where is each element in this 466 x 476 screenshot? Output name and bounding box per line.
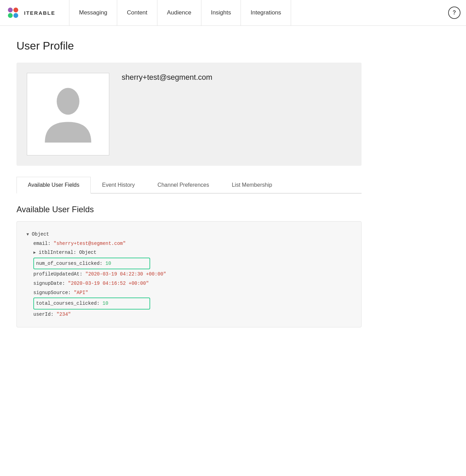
- profile-card: sherry+test@segment.com: [16, 63, 362, 166]
- itbl-value: Object: [79, 250, 96, 255]
- tab-list-membership[interactable]: List Membership: [220, 177, 283, 194]
- page-content: User Profile sherry+test@segment.com Ava…: [0, 26, 378, 341]
- tab-channel-preferences[interactable]: Channel Preferences: [146, 177, 220, 194]
- itbl-key-text: itblInternal:: [39, 250, 76, 255]
- avatar: [27, 73, 109, 155]
- svg-point-2: [8, 13, 13, 18]
- triangle-icon: ▼: [26, 232, 29, 237]
- code-itbl-line: ► itblInternal: Object: [26, 248, 352, 257]
- total-courses-number: 10: [102, 301, 108, 306]
- nav-logo[interactable]: ITERABLE: [5, 5, 62, 20]
- svg-point-1: [13, 8, 18, 12]
- code-signup-date-line: signupDate: "2020-03-19 04:16:52 +00:00": [26, 279, 352, 288]
- code-total-courses-line: total_courses_clicked: 10: [26, 297, 352, 310]
- profile-info: sherry+test@segment.com: [122, 73, 212, 82]
- itbl-triangle-icon: ►: [33, 250, 36, 255]
- nav-bar: ITERABLE Messaging Content Audience Insi…: [0, 0, 466, 26]
- total-courses-highlighted: total_courses_clicked: 10: [33, 298, 150, 310]
- help-button[interactable]: ?: [448, 7, 461, 19]
- nav-item-integrations[interactable]: Integrations: [241, 0, 291, 25]
- svg-point-4: [57, 88, 79, 115]
- signup-source-key: signupSource:: [33, 290, 71, 295]
- user-id-string: "234": [56, 312, 71, 317]
- nav-item-messaging[interactable]: Messaging: [69, 0, 117, 25]
- code-user-id-line: userId: "234": [26, 310, 352, 319]
- page-title: User Profile: [16, 40, 362, 52]
- code-email-line: email: "sherry+test@segment.com": [26, 239, 352, 248]
- code-profile-updated-line: profileUpdatedAt: "2020-03-19 04:22:30 +…: [26, 270, 352, 279]
- profile-email: sherry+test@segment.com: [122, 73, 212, 82]
- total-courses-key: total_courses_clicked:: [36, 301, 100, 306]
- avatar-silhouette-icon: [41, 83, 96, 145]
- signup-date-key: signupDate:: [33, 281, 65, 286]
- tab-event-history[interactable]: Event History: [91, 177, 146, 194]
- logo-text: ITERABLE: [24, 10, 55, 16]
- email-key: email:: [33, 241, 51, 246]
- code-signup-source-line: signupSource: "API": [26, 288, 352, 298]
- num-courses-number: 10: [106, 261, 111, 266]
- code-num-courses-line: num_of_courses_clicked: 10: [26, 257, 352, 270]
- profile-updated-string: "2020-03-19 04:22:30 +00:00": [85, 271, 166, 277]
- signup-date-string: "2020-03-19 04:16:52 +00:00": [68, 281, 149, 286]
- svg-point-0: [8, 8, 13, 12]
- signup-source-string: "API": [74, 290, 88, 295]
- tabs-bar: Available User Fields Event History Chan…: [16, 177, 362, 194]
- section-title: Available User Fields: [16, 205, 362, 214]
- user-fields-code-block: ▼ Object email: "sherry+test@segment.com…: [16, 221, 362, 327]
- profile-updated-key: profileUpdatedAt:: [33, 271, 82, 277]
- user-id-key: userId:: [33, 312, 54, 317]
- tab-available-user-fields[interactable]: Available User Fields: [16, 177, 91, 194]
- svg-point-3: [13, 13, 18, 18]
- email-string-value: "sherry+test@segment.com": [54, 241, 126, 246]
- num-courses-highlighted: num_of_courses_clicked: 10: [33, 258, 150, 270]
- nav-item-content[interactable]: Content: [117, 0, 157, 25]
- code-object-line: ▼ Object: [26, 230, 352, 239]
- nav-item-audience[interactable]: Audience: [157, 0, 201, 25]
- num-courses-key: num_of_courses_clicked:: [36, 261, 102, 266]
- nav-items: Messaging Content Audience Insights Inte…: [69, 0, 448, 25]
- code-object-label: Object: [32, 231, 49, 237]
- nav-item-insights[interactable]: Insights: [201, 0, 241, 25]
